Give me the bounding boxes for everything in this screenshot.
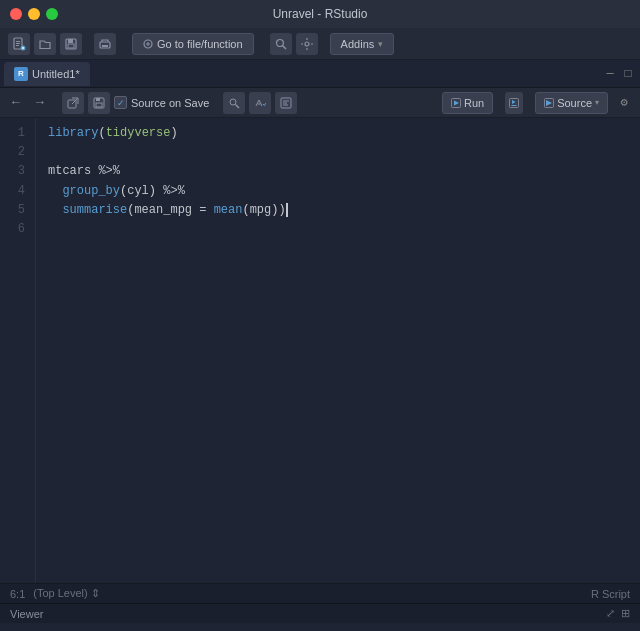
- print-button[interactable]: [94, 33, 116, 55]
- bottom-bar: Viewer ⤢ ⊞: [0, 603, 640, 623]
- svg-marker-40: [546, 100, 552, 106]
- line-num-3: 3: [0, 162, 25, 181]
- svg-rect-11: [102, 45, 108, 47]
- source-button[interactable]: Source ▾: [535, 92, 608, 114]
- addins-label: Addins: [341, 38, 375, 50]
- svg-marker-37: [512, 100, 516, 104]
- cursor-position: 6:1: [10, 588, 25, 600]
- addins-button[interactable]: Addins ▾: [330, 33, 395, 55]
- svg-marker-35: [454, 100, 459, 105]
- forward-button[interactable]: →: [30, 93, 50, 113]
- open-file-button[interactable]: [34, 33, 56, 55]
- run-label: Run: [464, 97, 484, 109]
- code-token: library: [48, 124, 98, 143]
- script-type: R Script: [591, 588, 630, 600]
- goto-button[interactable]: Go to file/function: [132, 33, 254, 55]
- scope-level: (Top Level) ⇕: [33, 587, 99, 600]
- source-on-save-checkbox[interactable]: ✓: [114, 96, 127, 109]
- svg-line-16: [282, 45, 286, 49]
- close-button[interactable]: [10, 8, 22, 20]
- svg-rect-8: [68, 39, 73, 43]
- maximize-button[interactable]: [46, 8, 58, 20]
- back-button[interactable]: ←: [6, 93, 26, 113]
- window-title: Unravel - RStudio: [273, 7, 368, 21]
- editor-tab[interactable]: R Untitled1*: [4, 62, 90, 86]
- collapse-button[interactable]: ─: [602, 66, 618, 82]
- svg-point-27: [230, 99, 236, 105]
- text-cursor: [286, 203, 288, 217]
- save-file-button[interactable]: [88, 92, 110, 114]
- search-in-editor-button[interactable]: [223, 92, 245, 114]
- run-down-button[interactable]: [505, 92, 523, 114]
- expand-button[interactable]: □: [620, 66, 636, 82]
- show-in-new-window-button[interactable]: [62, 92, 84, 114]
- viewer-label: Viewer: [10, 608, 43, 620]
- code-editor[interactable]: library(tidyverse) mtcars %>% group_by(c…: [36, 118, 640, 583]
- minimize-button[interactable]: [28, 8, 40, 20]
- addins-arrow: ▾: [378, 39, 383, 49]
- line-num-4: 4: [0, 182, 25, 201]
- svg-line-23: [72, 98, 78, 104]
- save-button[interactable]: [60, 33, 82, 55]
- code-line-2: [48, 143, 628, 162]
- search-button[interactable]: [270, 33, 292, 55]
- r-file-icon: R: [14, 67, 28, 81]
- options-button[interactable]: [296, 33, 318, 55]
- toolbar-settings-button[interactable]: ⚙: [614, 93, 634, 113]
- tab-bar: R Untitled1* ─ □: [0, 60, 640, 88]
- new-file-button[interactable]: [8, 33, 30, 55]
- svg-line-28: [236, 104, 240, 108]
- line-num-2: 2: [0, 143, 25, 162]
- code-line-4: group_by(cyl) %>%: [48, 182, 628, 201]
- title-bar: Unravel - RStudio: [0, 0, 640, 28]
- run-button[interactable]: Run: [442, 92, 493, 114]
- line-num-5: 5: [0, 201, 25, 220]
- editor-toolbar: ← → ✓ Source on Save: [0, 88, 640, 118]
- compile-button[interactable]: [275, 92, 297, 114]
- code-line-1: library(tidyverse): [48, 124, 628, 143]
- source-label: Source: [557, 97, 592, 109]
- bottom-right-controls: ⤢ ⊞: [606, 607, 630, 620]
- svg-point-17: [305, 42, 309, 46]
- expand-icon[interactable]: ⊞: [621, 607, 630, 620]
- goto-label: Go to file/function: [157, 38, 243, 50]
- line-num-1: 1: [0, 124, 25, 143]
- svg-rect-9: [68, 44, 74, 48]
- line-num-6: 6: [0, 220, 25, 239]
- editor-area: 1 2 3 4 5 6 library(tidyverse) mtcars %>…: [0, 118, 640, 583]
- source-on-save-button[interactable]: ✓ Source on Save: [114, 96, 209, 109]
- source-on-save-label: Source on Save: [131, 97, 209, 109]
- resize-icon[interactable]: ⤢: [606, 607, 615, 620]
- status-bar: 6:1 (Top Level) ⇕ R Script: [0, 583, 640, 603]
- svg-rect-26: [96, 103, 102, 107]
- window-controls: [10, 8, 58, 20]
- code-line-6: [48, 220, 628, 239]
- svg-point-15: [276, 39, 283, 46]
- code-line-3: mtcars %>%: [48, 162, 628, 181]
- menu-bar: Go to file/function Addins ▾: [0, 28, 640, 60]
- tab-name: Untitled1*: [32, 68, 80, 80]
- spell-check-button[interactable]: [249, 92, 271, 114]
- svg-rect-36: [510, 98, 519, 107]
- tab-end-buttons: ─ □: [602, 66, 636, 82]
- code-line-5: summarise(mean_mpg = mean(mpg)): [48, 201, 628, 220]
- line-numbers: 1 2 3 4 5 6: [0, 118, 36, 583]
- svg-rect-25: [96, 98, 100, 101]
- source-dropdown-arrow: ▾: [595, 98, 599, 107]
